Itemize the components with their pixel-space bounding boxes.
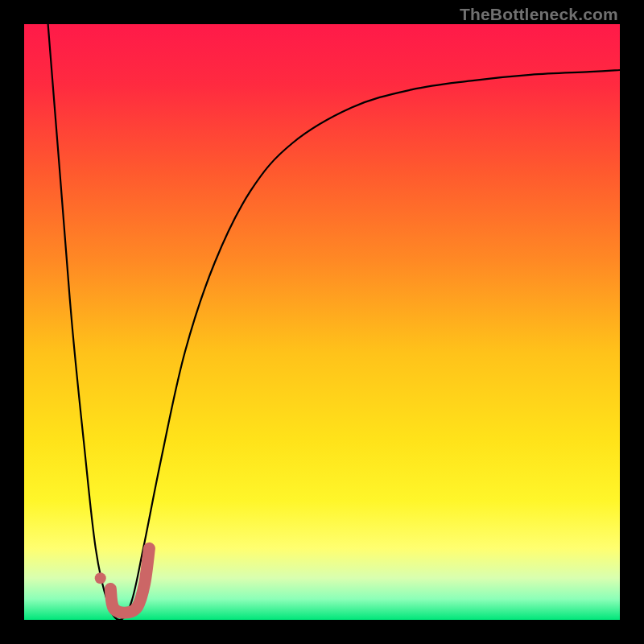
bottleneck-curve: [48, 24, 620, 620]
marker-dot: [95, 572, 106, 584]
chart-frame: TheBottleneck.com: [0, 0, 644, 644]
curve-layer: [24, 24, 620, 620]
plot-area: [24, 24, 620, 620]
watermark-text: TheBottleneck.com: [460, 5, 618, 24]
marker-j-stroke: [110, 548, 149, 613]
